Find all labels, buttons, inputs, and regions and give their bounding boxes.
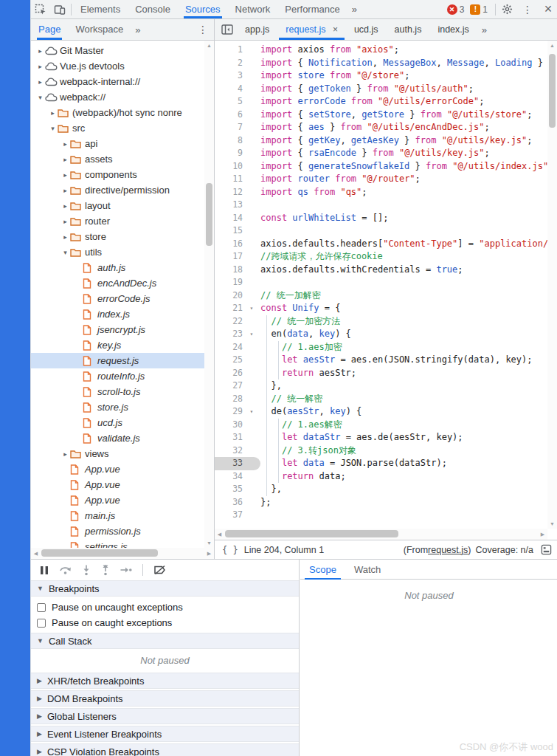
tree-item-store.js[interactable]: store.js — [31, 399, 205, 415]
section-header-csp-violation-breakpoints[interactable]: ▶CSP Violation Breakpoints — [31, 743, 299, 756]
tab-console[interactable]: Console — [128, 0, 178, 18]
line-number[interactable]: 26 — [215, 367, 246, 380]
step-out-icon[interactable] — [101, 565, 110, 576]
console-error-summary[interactable]: ✕ 3 — [447, 4, 465, 15]
code-line-22[interactable]: 22 // 统一加密方法 — [215, 315, 547, 329]
code-line-1[interactable]: 1import axios from "axios"; — [215, 44, 547, 57]
code-line-10[interactable]: 10import { generateSnowflakeId } from "@… — [215, 160, 547, 173]
fold-arrow-icon[interactable]: ▾ — [246, 302, 257, 315]
pause-caught-checkbox[interactable] — [37, 619, 46, 628]
tree-item-encanddec.js[interactable]: encAndDec.js — [31, 275, 205, 291]
tree-item-app.vue[interactable]: App.vue — [31, 477, 205, 492]
code-line-18[interactable]: 18axios.defaults.withCredentials = true; — [215, 264, 547, 277]
tree-item-main.js[interactable]: main.js — [31, 508, 205, 523]
line-number[interactable]: 30 — [215, 419, 246, 432]
line-number[interactable]: 28 — [215, 393, 246, 406]
line-number[interactable]: 6 — [215, 109, 246, 122]
collapsed-arrow-icon[interactable]: ▸ — [60, 171, 70, 179]
code-line-29[interactable]: 29▾ de(aesStr, key) { — [215, 405, 547, 419]
line-gutter[interactable]: 16 — [215, 238, 260, 251]
line-number[interactable]: 31 — [215, 431, 246, 444]
line-number[interactable]: 22 — [215, 315, 246, 329]
fold-arrow-icon[interactable]: ▾ — [246, 328, 257, 341]
line-gutter[interactable]: 15 — [215, 224, 260, 238]
line-number[interactable]: 12 — [215, 186, 246, 199]
line-gutter[interactable]: 14 — [215, 212, 260, 225]
code-line-26[interactable]: 26 return aesStr; — [215, 367, 547, 380]
line-gutter[interactable]: 13 — [215, 199, 260, 212]
pause-uncaught-row[interactable]: Pause on uncaught exceptions — [31, 599, 299, 615]
code-line-23[interactable]: 23▾ en(data, key) { — [215, 328, 547, 341]
collapsed-arrow-icon[interactable]: ▸ — [60, 218, 70, 225]
tree-item-routeinfo.js[interactable]: routeInfo.js — [31, 368, 205, 384]
collapsed-arrow-icon[interactable]: ▸ — [48, 109, 58, 117]
tree-item-jsencrypt.js[interactable]: jsencrypt.js — [31, 322, 205, 337]
tree-item-components[interactable]: ▸components — [31, 167, 205, 182]
line-gutter[interactable]: 35 — [215, 483, 260, 496]
tab-sources[interactable]: Sources — [178, 0, 228, 18]
code-line-30[interactable]: 30 // 1.aes解密 — [215, 419, 547, 432]
line-number[interactable]: 15 — [215, 224, 246, 238]
code-line-2[interactable]: 2import { Notification, MessageBox, Mess… — [215, 57, 547, 70]
expanded-arrow-icon[interactable]: ▾ — [48, 125, 58, 132]
line-gutter[interactable]: 28 — [215, 393, 260, 406]
editor-tab-auth.js[interactable]: auth.js — [387, 19, 430, 40]
code-line-31[interactable]: 31 let dataStr = aes.de(aesStr, key); — [215, 431, 547, 444]
tree-item-app.vue[interactable]: App.vue — [31, 461, 205, 477]
line-gutter[interactable]: 18 — [215, 264, 260, 277]
tab-watch[interactable]: Watch — [345, 560, 390, 580]
code-line-19[interactable]: 19 — [215, 276, 547, 289]
line-gutter[interactable]: 37 — [215, 509, 260, 522]
line-number[interactable]: 13 — [215, 199, 246, 212]
code-line-24[interactable]: 24 // 1.aes加密 — [215, 341, 547, 354]
tree-item-assets[interactable]: ▸assets — [31, 151, 205, 167]
line-gutter[interactable]: 12 — [215, 186, 260, 199]
tab-scope[interactable]: Scope — [300, 560, 345, 580]
collapsed-arrow-icon[interactable]: ▸ — [60, 187, 70, 194]
line-number[interactable]: 1 — [215, 44, 246, 57]
pause-script-icon[interactable] — [40, 566, 49, 575]
line-number[interactable]: 25 — [215, 354, 246, 367]
line-gutter[interactable]: 8 — [215, 134, 260, 148]
line-number[interactable]: 10 — [215, 160, 246, 173]
tree-item-views[interactable]: ▸views — [31, 446, 205, 461]
code-line-6[interactable]: 6import { setStore, getStore } from "@/u… — [215, 109, 547, 122]
tree-item-src[interactable]: ▾src — [31, 120, 205, 136]
tree-item-errorcode.js[interactable]: errorCode.js — [31, 291, 205, 306]
tab-page[interactable]: Page — [31, 19, 68, 40]
scroll-down-icon[interactable]: ▼ — [547, 519, 557, 529]
line-gutter[interactable]: 23▾ — [215, 328, 260, 341]
tree-vscroll-thumb[interactable] — [206, 183, 212, 246]
code-line-13[interactable]: 13 — [215, 199, 547, 212]
line-number[interactable]: 11 — [215, 173, 246, 186]
navigator-more-chevron[interactable]: » — [131, 24, 145, 35]
line-gutter[interactable]: 30 — [215, 419, 260, 432]
section-header-xhr-fetch-breakpoints[interactable]: ▶XHR/fetch Breakpoints — [31, 673, 299, 689]
code-line-20[interactable]: 20// 统一加解密 — [215, 289, 547, 303]
code-line-32[interactable]: 32 // 3.转json对象 — [215, 444, 547, 458]
tree-item-router[interactable]: ▸router — [31, 213, 205, 229]
line-gutter[interactable]: 10 — [215, 160, 260, 173]
tree-item-directive-permission[interactable]: ▸directive/permission — [31, 182, 205, 198]
line-number[interactable]: 2 — [215, 57, 246, 70]
tree-item-index.js[interactable]: index.js — [31, 306, 205, 322]
tree-horizontal-scrollbar[interactable]: ◀ ▶ — [31, 548, 214, 559]
line-number[interactable]: 8 — [215, 134, 246, 148]
collapsed-arrow-icon[interactable]: ▸ — [35, 47, 45, 55]
editor-vscroll-thumb[interactable] — [549, 54, 556, 128]
code-line-14[interactable]: 14const urlWhiteList = []; — [215, 212, 547, 225]
code-line-16[interactable]: 16axios.defaults.headers["Content-Type"]… — [215, 238, 547, 251]
collapsed-arrow-icon[interactable]: ▸ — [35, 63, 45, 70]
line-number[interactable]: 7 — [215, 121, 246, 134]
console-warning-summary[interactable]: ! 1 — [470, 4, 488, 15]
editor-tab-index.js[interactable]: index.js — [429, 19, 477, 40]
code-line-11[interactable]: 11import router from "@/router"; — [215, 173, 547, 186]
coverage-icon[interactable] — [541, 544, 552, 555]
tree-item-webpack-internal-[interactable]: ▸webpack-internal:// — [31, 74, 205, 89]
line-number[interactable]: 5 — [215, 95, 246, 109]
editor-hscroll-thumb[interactable] — [225, 530, 398, 537]
code-line-36[interactable]: 36}; — [215, 496, 547, 509]
line-number[interactable]: 9 — [215, 147, 246, 160]
editor-more-tabs-chevron[interactable]: » — [477, 24, 491, 35]
pause-uncaught-checkbox[interactable] — [37, 603, 46, 612]
